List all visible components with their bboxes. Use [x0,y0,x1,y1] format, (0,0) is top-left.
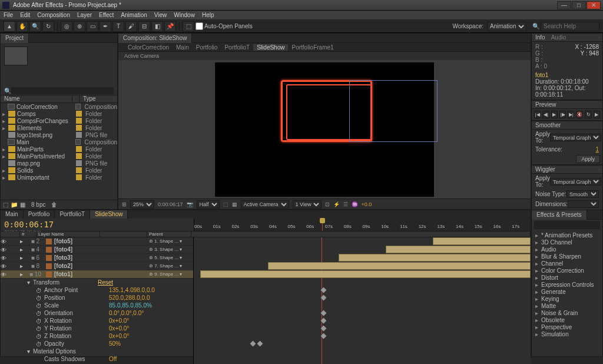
effect-category[interactable]: ▸Generate [532,288,602,295]
puppet-tool[interactable]: 📌 [164,21,176,32]
property-row[interactable]: ⏱Opacity50% [1,340,193,348]
timeline-tab[interactable]: Portfolio [24,210,55,219]
viewer[interactable] [118,60,531,198]
project-item[interactable]: ▸UnimportantFolder [1,174,117,181]
wiggler-noise-select[interactable]: Smooth [566,190,599,198]
effect-category[interactable]: ▸Matte [532,302,602,309]
zoom-select[interactable]: 25% [130,200,154,209]
effect-category[interactable]: ▸Expression Controls [532,281,602,288]
breadcrumb-item[interactable]: Main [173,44,193,51]
brush-tool[interactable]: 🖌 [125,21,137,32]
menu-layer[interactable]: Layer [77,12,92,18]
property-row[interactable]: ⏱Scale85.0,85.0,85.0% [1,302,193,309]
menu-file[interactable]: File [4,12,13,18]
first-frame-button[interactable]: |◀ [534,111,541,118]
wiggler-applyto-select[interactable]: Temporal Graph [550,178,601,186]
layer-row[interactable]: 👁▸■ 6[foto3]⊚ 5. Shape ... ▾ [1,254,193,262]
search-input[interactable] [541,22,599,31]
property-row[interactable]: ⏱Z Rotation0x+0.0° [1,332,193,340]
pan-behind-tool[interactable]: ⊕ [74,21,85,32]
property-row[interactable]: ⏱Y Rotation0x+0.0° [1,325,193,332]
breadcrumb-item[interactable]: Portfolio [193,44,221,51]
viewer-time[interactable]: 0:00:06:17 [158,201,183,207]
ram-preview-button[interactable]: ▶ [594,111,600,118]
project-item[interactable]: ColorCorrectionComposition [1,103,117,110]
camera-tool[interactable]: ◎ [61,21,72,32]
breadcrumb-item[interactable]: ColorCorrection [124,44,173,51]
breadcrumb-item[interactable]: PortfolioFrame1 [288,44,337,51]
timeline-tab[interactable]: SlideShow [90,210,128,219]
view-count-select[interactable]: 1 View [293,200,322,209]
interpret-icon[interactable]: ⬚ [3,201,8,208]
effect-category[interactable]: ▸Audio [532,246,602,253]
wiggler-tab[interactable]: Wiggler [535,166,555,173]
layer-row[interactable]: 👁▸■ 4[foto4]⊚ 3. Shape ... ▾ [1,246,193,254]
smoother-apply-button[interactable]: Apply [576,155,600,163]
layer-bar[interactable] [433,237,531,245]
trash-icon[interactable]: 🗑 [51,201,57,208]
maximize-button[interactable]: □ [572,1,586,9]
effect-category[interactable]: ▸Blur & Sharpen [532,253,602,260]
close-button[interactable]: ✕ [587,1,601,9]
effect-category[interactable]: ▸Channel [532,260,602,267]
pen-tool[interactable]: ✒ [100,21,111,32]
effect-category[interactable]: ▸Color Correction [532,267,602,274]
effect-category[interactable]: ▸3D Channel [532,239,602,246]
smoother-applyto-select[interactable]: Temporal Graph [550,134,601,141]
col-name-header[interactable]: Name [1,95,72,102]
view-camera-select[interactable]: Active Camera [241,200,289,209]
bpc-label[interactable]: 8 bpc [31,201,45,208]
text-tool[interactable]: T [112,21,124,32]
project-item[interactable]: ▸MainPartsFolder [1,145,117,153]
fast-previews-icon[interactable]: ⚡ [333,201,340,207]
layer-row[interactable]: 👁▸■ 10[foto1]⊚ 9. Shape ... ▾ [1,270,193,279]
exposure-value[interactable]: +0.0 [362,201,372,207]
eraser-tool[interactable]: ◧ [151,21,163,32]
comp-flowchart-icon[interactable]: ♒ [352,201,358,207]
mute-button[interactable]: 🔇 [576,111,583,118]
project-item[interactable]: logo1test.pngPNG file [1,131,117,138]
project-item[interactable]: map.pngPNG file [1,160,117,167]
menu-edit[interactable]: Edit [20,12,30,18]
effect-category[interactable]: ▸Simulation [532,330,602,337]
property-row[interactable]: ⏱Anchor Point135.1,4.098.0,0.0 [1,286,193,294]
project-item[interactable]: MainComposition [1,138,117,145]
snapshot-icon[interactable]: 📷 [187,201,193,207]
hand-tool[interactable]: ✋ [16,21,28,32]
smoother-tolerance[interactable]: 1 [595,146,599,153]
project-tab[interactable]: Project [1,34,29,43]
roi-icon[interactable]: ⬚ [223,201,228,207]
effect-category[interactable]: ▸Keying [532,295,602,302]
auto-open-checkbox[interactable] [196,22,203,30]
project-item[interactable]: ▸MainPartsInvertedFolder [1,153,117,160]
project-item[interactable]: ▸CompsForChangesFolder [1,117,117,124]
rect-tool[interactable]: ▭ [87,21,98,32]
layer-row[interactable]: 👁▸■ 2[foto5]⊚ 1. Shape ... ▾ [1,237,193,246]
play-button[interactable]: ▶ [551,111,558,118]
effects-search-input[interactable] [534,221,600,229]
effect-category[interactable]: ▸Perspective [532,323,602,330]
project-item[interactable]: ▸ElementsFolder [1,124,117,131]
new-folder-icon[interactable]: 📁 [11,201,18,208]
transparency-icon[interactable]: ▦ [232,201,237,207]
effect-category[interactable]: ▸Distort [532,274,602,281]
layer-bar[interactable] [200,270,531,278]
menu-animation[interactable]: Animation [121,12,147,18]
prev-frame-button[interactable]: ◀| [542,111,549,118]
preview-tab[interactable]: Preview [535,101,556,108]
clone-tool[interactable]: ⊟ [138,21,150,32]
workspace-select[interactable]: Animation [487,22,526,31]
breadcrumb-item[interactable]: PortfolioT [221,44,253,51]
property-row[interactable]: Casts ShadowsOff [1,355,193,363]
timeline-icon[interactable]: ☰ [343,201,348,207]
project-item[interactable]: ▸SolidsFolder [1,167,117,174]
effect-category[interactable]: ▸Obsolete [532,316,602,323]
zoom-tool[interactable]: 🔍 [29,21,41,32]
selection-bounds[interactable] [349,80,438,142]
menu-help[interactable]: Help [202,12,214,18]
layer-bar[interactable] [386,246,531,253]
timeline-tab[interactable]: Main [1,210,24,219]
resolution-select[interactable]: Half [197,200,220,209]
col-type-header[interactable]: Type [79,95,117,102]
timecode[interactable]: 0:00:06:17 [4,220,190,229]
